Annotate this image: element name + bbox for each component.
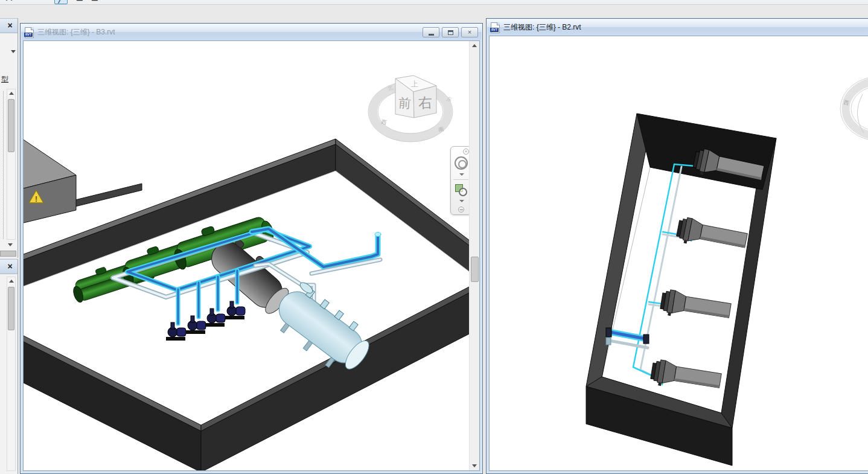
switch-windows-icon[interactable]: ⊞ xyxy=(88,0,101,4)
properties-palette-sliver: × 型 xyxy=(0,18,18,258)
property-rows-grid xyxy=(3,91,4,239)
minimize-button[interactable] xyxy=(423,27,439,37)
scroll-up-icon[interactable] xyxy=(470,41,480,51)
window-b3-titlebar[interactable]: RVT 三维视图: {三维} - B3.rvt × xyxy=(21,24,482,40)
window-b2: RVT 三维视图: {三维} - B2.rvt 西 xyxy=(486,18,868,474)
svg-text:前: 前 xyxy=(398,95,412,110)
render-icon[interactable]: ● xyxy=(21,0,34,4)
rvt-file-icon: RVT xyxy=(491,22,500,33)
window-b2-viewport: 西 xyxy=(489,36,868,471)
close-inactive-windows-icon[interactable]: ⊠ xyxy=(73,0,86,4)
close-icon[interactable]: × xyxy=(5,21,15,31)
project-browser-titlebar[interactable]: × xyxy=(0,260,18,274)
navbar-close-icon[interactable]: × xyxy=(463,149,469,155)
navbar-collapse-icon[interactable] xyxy=(458,207,464,213)
zoom-options-chevron-icon[interactable] xyxy=(459,200,464,202)
window-b3: RVT 三维视图: {三维} - B3.rvt × xyxy=(20,23,483,474)
scrollbar-thumb[interactable] xyxy=(471,257,479,282)
window-b3-viewport: ! xyxy=(23,40,480,471)
text-tool-icon[interactable]: A xyxy=(2,0,16,4)
scrollbar-thumb[interactable] xyxy=(8,287,14,330)
room-walls[interactable] xyxy=(24,136,471,471)
project-browser-palette-sliver: × xyxy=(0,259,18,474)
thin-lines-icon[interactable]: ╱ xyxy=(54,0,68,4)
zoom-region-icon[interactable] xyxy=(455,184,463,192)
restore-button[interactable] xyxy=(442,27,459,37)
mdi-area: × 型 × RVT 三维视图: {三维} - B3.rvt xyxy=(0,5,868,474)
wheel-options-chevron-icon[interactable] xyxy=(459,173,464,176)
svg-text:右: 右 xyxy=(418,94,432,110)
viewcube[interactable]: 西 南 北 东 上 前 右 xyxy=(368,75,453,142)
compass-west-label[interactable]: 西 xyxy=(381,118,388,126)
window-b2-title: 三维视图: {三维} - B2.rvt xyxy=(503,22,581,33)
edit-type-link-fragment[interactable]: 型 xyxy=(1,74,8,85)
top-toolbar-strip: A ● + ╱ ⊠ ⊞ xyxy=(0,0,868,5)
b3-vertical-scrollbar[interactable] xyxy=(469,41,479,470)
scroll-down-icon[interactable] xyxy=(470,461,480,470)
properties-scrollbar[interactable] xyxy=(7,89,16,240)
rvt-file-icon: RVT xyxy=(25,27,34,38)
move-icon[interactable]: + xyxy=(41,0,54,4)
hscroll-thumb[interactable] xyxy=(0,251,16,257)
b3-3d-scene: ! xyxy=(24,41,471,471)
svg-text:!: ! xyxy=(35,195,37,203)
properties-palette-titlebar[interactable]: × xyxy=(0,19,18,33)
steering-wheel-icon[interactable] xyxy=(455,156,468,170)
window-b3-title: 三维视图: {三维} - B3.rvt xyxy=(37,27,115,37)
browser-scrollbar[interactable] xyxy=(7,277,16,471)
viewcube-compass-fragment[interactable]: 西 xyxy=(840,76,868,141)
scrollbar-thumb[interactable] xyxy=(8,99,14,152)
window-b2-titlebar[interactable]: RVT 三维视图: {三维} - B2.rvt xyxy=(487,19,868,36)
type-selector-chevron-down-icon[interactable] xyxy=(11,50,16,53)
navbar-divider xyxy=(453,179,468,180)
svg-text:上: 上 xyxy=(411,80,418,88)
scroll-down-icon[interactable] xyxy=(8,243,13,246)
b2-3d-scene: 西 xyxy=(490,36,868,471)
close-button[interactable]: × xyxy=(461,27,478,37)
navigation-bar: × xyxy=(450,146,471,215)
close-icon[interactable]: × xyxy=(5,261,15,272)
